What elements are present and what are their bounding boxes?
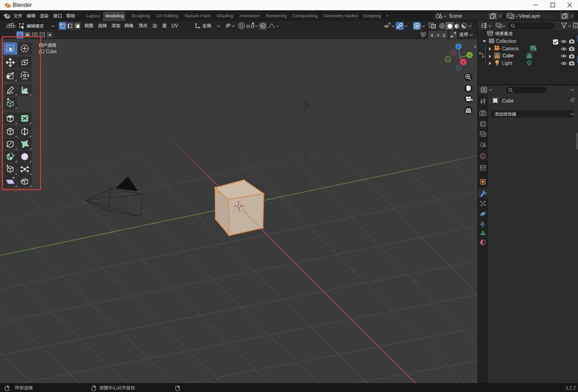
svg-text:Y: Y [468,53,471,57]
svg-text:X: X [462,60,464,64]
svg-text:Z: Z [457,45,460,49]
